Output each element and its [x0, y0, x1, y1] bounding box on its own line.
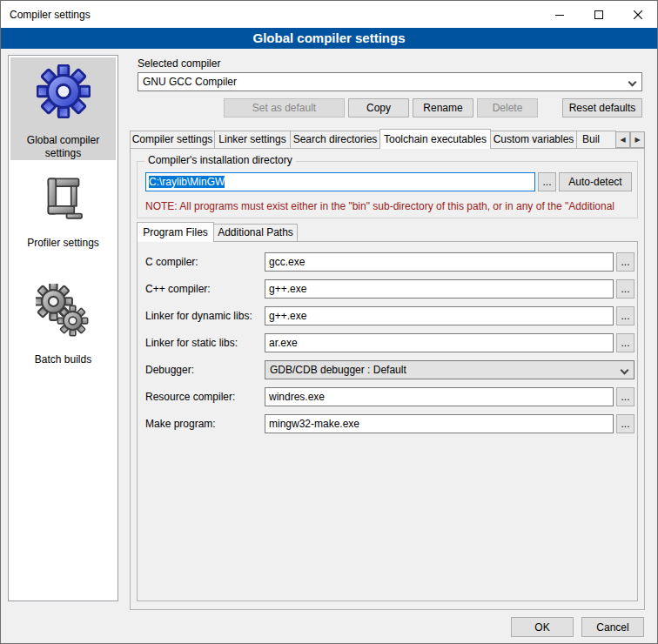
install-dir-browse-button[interactable]: ... — [538, 172, 556, 191]
cpp-compiler-input[interactable] — [265, 279, 614, 299]
page-title: Global compiler settings — [1, 28, 657, 49]
resource-compiler-browse-button[interactable]: ... — [616, 387, 634, 406]
sidebar-item-global-compiler-settings[interactable]: Global compiler settings — [10, 57, 116, 160]
sidebar-item-label: Global compiler settings — [16, 134, 111, 160]
right-arrow-icon: ▶ — [634, 136, 640, 144]
left-arrow-icon: ◀ — [620, 136, 625, 144]
sidebar-item-batch-builds[interactable]: Batch builds — [10, 278, 116, 371]
caption-buttons — [540, 1, 657, 28]
linker-static-browse-button[interactable]: ... — [616, 333, 634, 352]
chevron-down-icon — [621, 366, 629, 375]
sidebar: Global compiler settings Profiler settin… — [8, 55, 118, 601]
tab-scroll-left-button[interactable]: ◀ — [615, 131, 630, 148]
delete-button[interactable]: Delete — [477, 98, 538, 117]
c-compiler-input[interactable] — [265, 252, 614, 272]
sidebar-item-profiler-settings[interactable]: Profiler settings — [10, 169, 116, 261]
install-dir-input[interactable]: C:\raylib\MinGW — [145, 172, 535, 191]
tab-scroll-right-button[interactable]: ▶ — [630, 131, 645, 148]
gear-icon — [37, 64, 91, 118]
linker-static-label: Linker for static libs: — [145, 333, 238, 352]
ok-button[interactable]: OK — [511, 617, 574, 637]
close-icon — [634, 10, 642, 19]
window-title: Compiler settings — [1, 9, 91, 21]
maximize-icon — [594, 10, 603, 19]
note-text: NOTE: All programs must exist either in … — [145, 200, 633, 212]
cancel-button[interactable]: Cancel — [581, 617, 644, 637]
compiler-select-value: GNU GCC Compiler — [143, 76, 237, 88]
tab-linker-settings[interactable]: Linker settings — [214, 131, 291, 149]
cpp-compiler-browse-button[interactable]: ... — [616, 279, 634, 299]
sidebar-item-label: Batch builds — [16, 353, 111, 366]
minimize-button[interactable] — [540, 1, 579, 28]
tab-toolchain-executables[interactable]: Toolchain executables — [379, 129, 491, 149]
close-button[interactable] — [618, 1, 657, 28]
linker-static-input[interactable] — [265, 333, 614, 352]
subtab-program-files[interactable]: Program Files — [137, 222, 214, 242]
compiler-settings-window: Compiler settings Global compiler settin… — [0, 0, 658, 644]
debugger-label: Debugger: — [145, 360, 194, 379]
debugger-select-value: GDB/CDB debugger : Default — [270, 364, 406, 376]
make-program-label: Make program: — [145, 414, 216, 433]
resource-compiler-input[interactable] — [265, 387, 614, 406]
selected-compiler-label: Selected compiler — [138, 57, 220, 70]
reset-defaults-button[interactable]: Reset defaults — [562, 98, 642, 117]
copy-button[interactable]: Copy — [348, 98, 409, 117]
resource-compiler-label: Resource compiler: — [145, 387, 235, 406]
linker-dynamic-label: Linker for dynamic libs: — [145, 306, 252, 325]
install-dir-group-title: Compiler's installation directory — [144, 154, 296, 166]
linker-dynamic-input[interactable] — [265, 306, 614, 325]
titlebar: Compiler settings — [1, 1, 657, 28]
autodetect-button[interactable]: Auto-detect — [559, 172, 632, 191]
set-as-default-button[interactable]: Set as default — [224, 98, 345, 117]
compiler-select[interactable]: GNU GCC Compiler — [138, 72, 642, 91]
maximize-button[interactable] — [579, 1, 618, 28]
tab-custom-variables[interactable]: Custom variables — [490, 131, 577, 149]
tab-compiler-settings[interactable]: Compiler settings — [130, 131, 215, 149]
linker-dynamic-browse-button[interactable]: ... — [616, 306, 634, 325]
c-compiler-browse-button[interactable]: ... — [616, 252, 634, 272]
sidebar-item-label: Profiler settings — [16, 237, 111, 250]
tab-build-truncated[interactable]: Buil — [576, 131, 616, 149]
make-program-input[interactable] — [265, 414, 614, 433]
make-program-browse-button[interactable]: ... — [616, 414, 634, 433]
rename-button[interactable]: Rename — [413, 98, 473, 117]
profiler-icon — [39, 172, 88, 225]
debugger-select[interactable]: GDB/CDB debugger : Default — [265, 360, 634, 379]
gears-icon — [36, 284, 91, 339]
cpp-compiler-label: C++ compiler: — [145, 279, 211, 299]
chevron-down-icon — [628, 78, 637, 87]
install-dir-selected-text: C:\raylib\MinGW — [149, 176, 225, 188]
tab-search-directories[interactable]: Search directories — [290, 131, 380, 149]
c-compiler-label: C compiler: — [145, 252, 198, 272]
subtab-additional-paths[interactable]: Additional Paths — [213, 224, 298, 242]
minimize-icon — [555, 10, 564, 19]
